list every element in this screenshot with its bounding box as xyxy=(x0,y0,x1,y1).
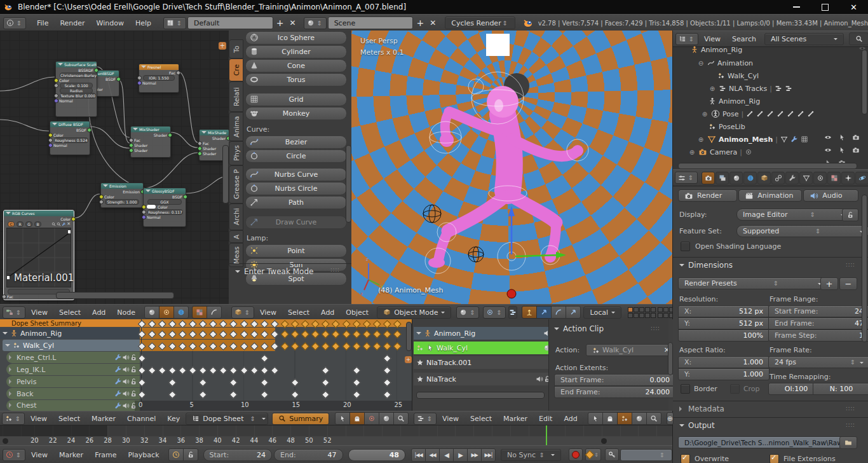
menu-add[interactable]: Add xyxy=(86,308,111,317)
keyframe[interactable] xyxy=(240,320,248,328)
keyframe[interactable] xyxy=(353,366,360,374)
resolution-x-field[interactable]: X:512 px xyxy=(678,305,770,317)
tab-modifiers[interactable] xyxy=(785,172,799,184)
menu-search[interactable]: Search xyxy=(726,35,762,43)
keyframe[interactable] xyxy=(373,320,381,328)
shelf-tab-animation[interactable]: Anima xyxy=(229,112,243,141)
menu-marker[interactable]: Marker xyxy=(53,451,89,459)
keyframe[interactable] xyxy=(301,330,309,338)
add-point-lamp-button[interactable]: Point xyxy=(245,244,347,258)
keyframe[interactable] xyxy=(393,320,401,328)
add-monkey-button[interactable]: Monkey xyxy=(245,107,347,120)
keyframe[interactable] xyxy=(291,330,299,338)
menu-view[interactable]: View xyxy=(25,308,53,317)
keyframe[interactable] xyxy=(138,330,146,338)
search-filter-button[interactable] xyxy=(646,412,661,425)
keyframe[interactable] xyxy=(250,342,258,350)
keyframe[interactable] xyxy=(250,330,258,338)
screen-layout-icon-button[interactable]: ⇕ xyxy=(163,17,186,29)
menu-render[interactable]: Render xyxy=(54,19,90,27)
action-field[interactable]: Walk_Cyl ✕ xyxy=(586,344,673,356)
region-expand-icon[interactable]: + xyxy=(219,42,226,50)
jump-keyframe-back-button[interactable]: ◀◀ xyxy=(425,448,440,462)
layer-active-cell[interactable] xyxy=(628,307,633,312)
outliner-row-animon-rig-top[interactable]: Animon_Rig xyxy=(691,45,742,55)
viewport-3d[interactable]: zyx User Persp Meters x 0.1 (48) Animon_… xyxy=(351,31,672,304)
menu-marker[interactable]: Marker xyxy=(498,415,533,423)
keyframe[interactable] xyxy=(179,330,186,338)
dope-mode-select[interactable]: Dope Sheet⇕ xyxy=(186,413,268,425)
maximize-button[interactable] xyxy=(811,0,839,14)
manipulator-toggle-button[interactable] xyxy=(522,306,537,319)
menu-file[interactable]: File xyxy=(31,19,54,27)
properties-scrollbar[interactable] xyxy=(862,195,867,342)
color-swatch[interactable] xyxy=(147,205,156,209)
tool-shelf-scrollbar[interactable] xyxy=(346,145,351,223)
outliner-scope-select[interactable]: All Scenes xyxy=(764,33,844,45)
keyframe[interactable] xyxy=(332,342,340,350)
clip-end-frame-field[interactable]: End Frame:24.000 xyxy=(554,386,673,398)
dimensions-panel-header[interactable]: Dimensions xyxy=(679,261,733,270)
dope-sheet-v-scrollbar[interactable] xyxy=(406,322,412,351)
show-hidden-button[interactable] xyxy=(349,412,365,425)
scene-delete-button[interactable]: ✕ xyxy=(427,18,438,27)
keyframe[interactable] xyxy=(199,330,207,338)
keyframe[interactable] xyxy=(373,342,381,350)
keyframe[interactable] xyxy=(393,342,401,350)
keyframe[interactable] xyxy=(179,342,186,350)
shader-type-button[interactable] xyxy=(144,306,159,319)
keyframe[interactable] xyxy=(240,330,248,338)
scene-name-field[interactable]: Scene xyxy=(328,17,414,29)
keyframe[interactable] xyxy=(383,342,391,350)
output-path-field[interactable]: D:\Google_Drive\Tech S...nimon_Walk_Raw\… xyxy=(678,436,850,448)
keyframe[interactable] xyxy=(158,366,166,374)
display-select[interactable]: Image Editor⇕ xyxy=(736,209,851,221)
keyframe[interactable] xyxy=(342,320,350,328)
outliner-row-poselib[interactable]: PoseLib xyxy=(709,121,745,132)
keyframe[interactable] xyxy=(220,320,227,328)
auto-keyframe-button[interactable]: ⇕ xyxy=(585,448,601,461)
output-panel-header[interactable]: Output xyxy=(679,421,715,430)
menu-add[interactable]: Add xyxy=(315,308,340,317)
keyframe[interactable] xyxy=(220,366,227,374)
keyframe[interactable] xyxy=(209,342,217,350)
keyframe[interactable] xyxy=(189,330,196,338)
menu-frame[interactable]: Frame xyxy=(89,451,122,459)
outliner-row-camera[interactable]: ⊕ Camera| xyxy=(688,146,752,158)
add-nurbs-circle-button[interactable]: Nurbs Circle xyxy=(245,182,347,195)
keyframe[interactable] xyxy=(353,320,360,328)
editor-type-dope-button[interactable]: ⇕ xyxy=(2,413,25,425)
display-lock-button[interactable] xyxy=(842,209,858,221)
shelf-tab-relations[interactable]: Relati xyxy=(229,81,243,112)
keyframe[interactable] xyxy=(363,330,370,338)
menu-view[interactable]: View xyxy=(25,451,53,459)
keyframe[interactable] xyxy=(353,390,360,398)
keyframe[interactable] xyxy=(271,366,278,374)
panel-grip-icon[interactable] xyxy=(846,262,855,268)
mode-select[interactable]: Object Mode xyxy=(377,307,451,319)
tab-texture[interactable] xyxy=(827,172,841,184)
keyframe[interactable] xyxy=(301,320,309,328)
draw-curve-button[interactable]: Draw Curve xyxy=(245,216,347,229)
keyframe[interactable] xyxy=(261,378,268,386)
translate-manipulator-button[interactable] xyxy=(536,306,552,319)
add-bezier-button[interactable]: Bezier xyxy=(245,135,347,149)
keyframe[interactable] xyxy=(230,390,238,398)
keyframe[interactable] xyxy=(261,342,268,350)
curve-zoom-out-icon[interactable] xyxy=(57,222,61,226)
only-selected-button[interactable] xyxy=(588,412,603,425)
menu-help[interactable]: Help xyxy=(130,19,157,27)
keyframe[interactable] xyxy=(383,320,391,328)
keyframe[interactable] xyxy=(271,330,278,338)
nla-track-001[interactable]: NlaTrack.001 xyxy=(414,356,553,369)
render-presets-select[interactable]: Render Presets⇕ xyxy=(678,277,828,289)
editor-type-timeline-button[interactable]: ⇕ xyxy=(3,449,25,461)
summary-toggle[interactable]: Summary xyxy=(272,413,329,425)
selectable-icon[interactable] xyxy=(838,134,846,141)
panel-grip-icon[interactable] xyxy=(330,267,340,273)
outliner-row-walk-cyl[interactable]: Walk_Cyl xyxy=(717,70,759,81)
screen-layout-name-field[interactable]: Default xyxy=(187,17,273,29)
keyframe[interactable] xyxy=(199,378,207,386)
strength-slider[interactable]: Strength: 1.000 xyxy=(105,199,139,205)
keyframe[interactable] xyxy=(168,378,176,386)
